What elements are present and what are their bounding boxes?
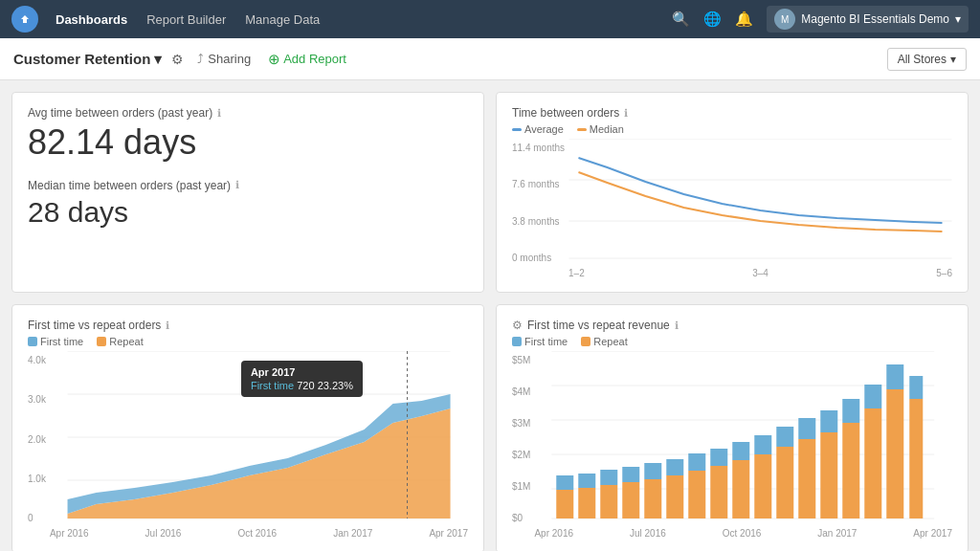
svg-rect-26 [623,467,640,482]
sharing-button[interactable]: ⤴ Sharing [193,50,255,68]
time-orders-legend: Average Median [512,123,952,135]
subheader-right: All Stores ▾ [887,48,967,71]
dashboard-title[interactable]: Customer Retention ▾ [13,51,162,68]
orders-xaxis: Apr 2016 Jul 2016 Oct 2016 Jan 2017 Apr … [50,528,468,539]
svg-rect-23 [601,485,618,518]
orders-legend: First time Repeat [28,336,468,347]
stores-chevron: ▾ [950,53,956,66]
bell-icon[interactable]: 🔔 [735,11,753,28]
legend-revenue-first: First time [512,336,568,347]
revenue-repeat-dot [581,337,590,346]
svg-rect-27 [645,479,662,518]
user-menu[interactable]: M Magento BI Essentials Demo ▾ [767,6,969,33]
revenue-first-dot [512,337,522,346]
revenue-info-icon[interactable]: ℹ [675,320,679,332]
legend-repeat: Repeat [97,336,143,347]
all-stores-dropdown[interactable]: All Stores ▾ [887,48,967,71]
median-time-value: 28 days [28,196,468,228]
time-xaxis: 1–2 3–4 5–6 [568,268,952,278]
avatar: M [774,9,795,30]
legend-average: Average [512,123,564,135]
topnav-links: Dashboards Report Builder Manage Data [48,9,672,31]
revenue-chart-wrap: $5M $4M $3M $2M $1M $0 [512,351,952,539]
svg-rect-52 [910,376,924,399]
avg-legend-dot [512,128,522,131]
add-report-label: Add Report [283,52,346,66]
revenue-bar-chart [534,351,952,523]
svg-rect-32 [689,453,706,471]
svg-rect-45 [843,423,860,518]
svg-rect-34 [711,449,728,466]
svg-rect-44 [821,410,838,432]
legend-first-time: First time [28,336,83,347]
nav-manage-data[interactable]: Manage Data [237,9,327,31]
svg-rect-28 [645,463,662,479]
avg-time-value: 82.14 days [28,123,468,162]
svg-rect-51 [910,399,924,518]
svg-rect-43 [821,432,838,518]
svg-rect-42 [799,418,816,439]
svg-rect-46 [843,399,860,423]
orders-bar-chart [50,351,468,523]
first-repeat-orders-title: First time vs repeat orders ℹ [28,319,468,332]
all-stores-label: All Stores [898,53,947,66]
time-chart-svg-wrap: 1–2 3–4 5–6 [568,139,952,278]
time-orders-info-icon[interactable]: ℹ [624,107,628,120]
repeat-dot [97,337,106,346]
first-repeat-info-icon[interactable]: ℹ [166,320,169,332]
revenue-xaxis: Apr 2016 Jul 2016 Oct 2016 Jan 2017 Apr … [534,528,952,539]
svg-rect-29 [667,475,684,518]
user-chevron: ▾ [955,12,961,26]
svg-rect-22 [579,474,596,488]
svg-rect-38 [755,435,772,454]
orders-chart-wrap: 4.0k 3.0k 2.0k 1.0k 0 [28,351,468,539]
legend-revenue-repeat: Repeat [581,336,627,347]
first-repeat-orders-card: First time vs repeat orders ℹ First time… [11,304,484,551]
search-icon[interactable]: 🔍 [672,11,690,28]
nav-report-builder[interactable]: Report Builder [139,9,234,31]
first-repeat-revenue-title: ⚙ First time vs repeat revenue ℹ [512,319,952,332]
share-icon: ⤴ [197,52,204,66]
time-chart-wrap: 11.4 months 7.6 months 3.8 months 0 mont… [512,139,952,278]
time-between-orders-title: Time between orders ℹ [512,106,952,120]
first-time-dot [28,337,37,346]
median-time-section: Median time between orders (past year) ℹ… [28,179,468,233]
globe-icon[interactable]: 🌐 [703,11,722,28]
med-legend-dot [577,128,587,131]
svg-rect-30 [667,459,684,475]
title-text: Customer Retention [13,51,150,67]
svg-marker-10 [67,408,450,518]
svg-rect-24 [601,470,618,485]
gear-icon[interactable]: ⚙ [171,52,184,67]
title-chevron: ▾ [154,51,162,68]
svg-rect-33 [711,466,728,518]
add-report-button[interactable]: ⊕ Add Report [264,49,350,70]
revenue-gear-icon[interactable]: ⚙ [512,319,523,332]
share-label: Sharing [208,52,251,66]
dashboard-grid: Avg time between orders (past year) ℹ 82… [0,80,980,551]
avg-time-info-icon[interactable]: ℹ [217,107,221,120]
subheader: Customer Retention ▾ ⚙ ⤴ Sharing ⊕ Add R… [0,38,980,80]
svg-rect-48 [865,385,882,408]
avg-time-title: Avg time between orders (past year) ℹ [28,106,468,120]
first-repeat-revenue-card: ⚙ First time vs repeat revenue ℹ First t… [496,304,969,551]
revenue-legend: First time Repeat [512,336,952,347]
topnav-right: 🔍 🌐 🔔 M Magento BI Essentials Demo ▾ [672,6,969,33]
avg-time-section: Avg time between orders (past year) ℹ 82… [28,106,468,171]
logo[interactable] [11,6,38,33]
add-icon: ⊕ [268,51,280,68]
stats-card: Avg time between orders (past year) ℹ 82… [11,92,484,293]
revenue-yaxis: $5M $4M $3M $2M $1M $0 [512,351,530,523]
topnav: Dashboards Report Builder Manage Data 🔍 … [0,0,980,38]
svg-rect-36 [733,442,750,460]
nav-dashboards[interactable]: Dashboards [48,9,135,31]
svg-rect-49 [887,389,904,518]
svg-rect-47 [865,408,882,518]
svg-rect-35 [733,460,750,518]
user-label: Magento BI Essentials Demo [801,12,949,26]
median-time-info-icon[interactable]: ℹ [235,179,239,191]
median-time-title: Median time between orders (past year) ℹ [28,179,468,192]
time-yaxis: 11.4 months 7.6 months 3.8 months 0 mont… [512,139,565,263]
time-chart-svg [568,139,952,263]
svg-rect-39 [777,447,794,518]
